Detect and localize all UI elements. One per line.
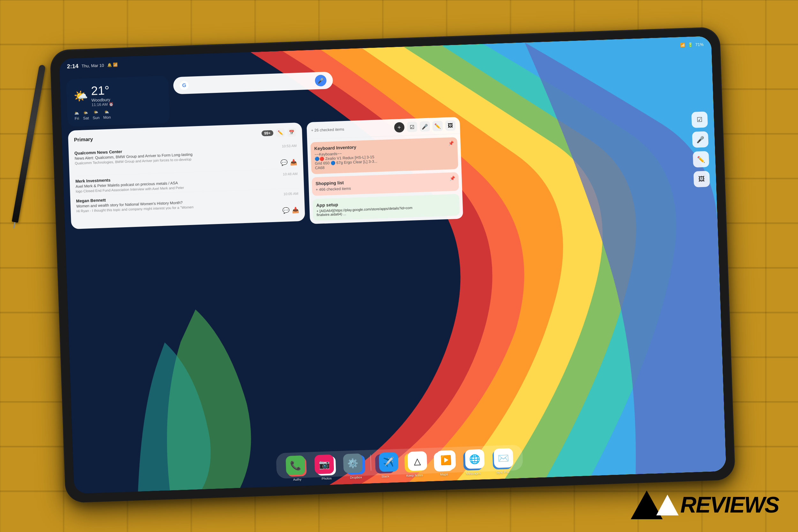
battery-level: 71% — [695, 42, 704, 47]
dock-settings[interactable]: ⚙️ — [340, 453, 366, 473]
note-app-setup[interactable]: App setup + [AIDA64](https://play.google… — [312, 194, 460, 221]
telegram-icon: ✈️ — [383, 457, 394, 468]
phone-icon: 📞 — [290, 460, 301, 471]
reply-icon-1: 💬 — [281, 159, 288, 166]
dock-play[interactable]: ▶️ — [433, 450, 459, 470]
right-sidebar: ☑ 🎤 ✏️ 🖼 — [691, 111, 710, 187]
wifi-icon: 📶 — [680, 42, 685, 48]
tablet-screen[interactable]: 2:14 Thu, Mar 10 🔔 📶 📶 🔋 71% — [59, 36, 726, 494]
dock-gmail[interactable]: ✉️ — [490, 448, 516, 468]
gmail-sender-3: Megan Bennett — [76, 197, 106, 203]
search-bar[interactable]: G 🎤 — [173, 72, 333, 94]
notes-check-icon: ☑ — [407, 121, 417, 132]
reviews-text: REVIEWS — [680, 492, 779, 518]
forecast-mon: ⛅ Mon — [103, 110, 111, 120]
settings-icon: ⚙️ — [347, 458, 359, 469]
note-pin-shopping: 📌 — [450, 175, 456, 181]
notes-add-button[interactable]: + — [394, 122, 404, 132]
note-shopping-list[interactable]: 📌 Shopping list + 466 checked items — [311, 172, 459, 196]
weather-widget[interactable]: 🌤️ 21° Woodbury 11:16 AM ⏰ 🌥️ Fri — [66, 76, 170, 127]
gmail-widget[interactable]: Primary 99+ ✏️ 📅 Qualcomm News Cent — [68, 122, 305, 229]
gmail-badge: 99+ — [262, 130, 273, 136]
mic-icon: 🎤 — [317, 78, 324, 84]
sat-label: Sat — [83, 116, 89, 121]
sidebar-btn-1[interactable]: ☑ — [691, 111, 708, 128]
microphone-button[interactable]: 🎤 — [315, 75, 326, 87]
camera-icon: 📷 — [319, 459, 330, 470]
tablet-body: 2:14 Thu, Mar 10 🔔 📶 📶 🔋 71% — [50, 27, 736, 503]
gmail-title: Primary — [74, 137, 93, 143]
note-keyboard-inventory[interactable]: 📌 Keyboard Inventory ~~Keyboards~~ 🔵🔴 Ze… — [310, 137, 458, 174]
status-left: 2:14 Thu, Mar 10 🔔 📶 — [67, 61, 118, 70]
status-time: 2:14 — [67, 62, 78, 70]
archive-icon-3: 📥 — [292, 207, 299, 214]
status-right: 📶 🔋 71% — [680, 42, 704, 48]
dock-drive[interactable]: △ — [404, 451, 430, 471]
gmail-time-2: 10:48 AM — [283, 172, 298, 176]
notes-checked-count: + 26 checked items — [311, 127, 344, 133]
chrome-icon: 🌐 — [469, 454, 480, 464]
drive-icon: △ — [414, 456, 421, 467]
fri-icon: 🌥️ — [74, 111, 79, 116]
logo-triangle-2 — [656, 495, 679, 515]
forecast-sun: 🌤️ Sun — [93, 110, 100, 120]
fri-label: Fri — [75, 116, 79, 121]
status-icons: 🔔 📶 — [107, 62, 118, 67]
gmail-icon: ✉️ — [498, 453, 509, 463]
notes-header: + 26 checked items + ☑ 🎤 ✏️ 🖼 — [306, 117, 460, 139]
calendar-button[interactable]: 📅 — [287, 128, 296, 137]
gmail-time-3: 10:05 AM — [283, 191, 299, 196]
dock-phone[interactable]: 📞 — [283, 455, 309, 476]
notes-widget[interactable]: + 26 checked items + ☑ 🎤 ✏️ 🖼 📌 — [306, 117, 463, 224]
mon-label: Mon — [103, 115, 111, 120]
compose-button[interactable]: ✏️ — [276, 128, 285, 137]
sat-icon: 🌤️ — [83, 110, 88, 115]
google-logo: G — [179, 81, 189, 90]
status-date: Thu, Mar 10 — [81, 63, 104, 68]
weather-forecast: 🌥️ Fri 🌤️ Sat 🌤️ Sun — [74, 108, 163, 121]
archive-icon-1: 📥 — [290, 158, 298, 166]
ar-reviews-logo: REVIEWS — [631, 491, 779, 519]
sidebar-btn-2[interactable]: 🎤 — [692, 131, 709, 148]
forecast-fri: 🌥️ Fri — [74, 111, 79, 121]
dock-telegram[interactable]: ✈️ — [376, 452, 402, 472]
sun-label: Sun — [93, 116, 100, 120]
dock-inner: 📞 📷 ⚙️ — [276, 444, 523, 479]
dock-divider — [370, 455, 372, 471]
gmail-sender-2: Merk Investments — [75, 178, 111, 184]
sun-icon: 🌤️ — [94, 110, 98, 115]
play-icon: ▶️ — [440, 454, 452, 465]
note-pin-keyboard: 📌 — [449, 140, 454, 146]
notes-pen-icon: ✏️ — [432, 121, 443, 131]
gmail-time-1: 10:53 AM — [282, 144, 297, 148]
logo-container: REVIEWS — [631, 491, 779, 519]
tablet-device: 2:14 Thu, Mar 10 🔔 📶 📶 🔋 71% — [50, 27, 736, 503]
battery-icon: 🔋 — [687, 42, 693, 47]
notes-mic-icon: 🎤 — [419, 121, 430, 132]
notes-image-icon: 🖼 — [445, 120, 456, 131]
google-g: G — [182, 82, 186, 88]
search-input[interactable] — [192, 81, 311, 85]
sidebar-btn-4[interactable]: 🖼 — [693, 171, 710, 187]
dock-chrome[interactable]: 🌐 — [461, 449, 488, 469]
sidebar-btn-3[interactable]: ✏️ — [693, 151, 709, 168]
weather-icon: 🌤️ — [73, 89, 88, 103]
mon-icon: ⛅ — [104, 110, 109, 115]
weather-time: 11:16 AM ⏰ — [92, 102, 114, 107]
dock-camera[interactable]: 📷 — [311, 454, 337, 474]
forecast-sat: 🌤️ Sat — [83, 110, 89, 121]
note-content-keyboard: ~~Keyboards~~ 🔵🔴 Zealio V1 Redux [HS-L] … — [315, 148, 454, 170]
reply-icon-3: 💬 — [282, 207, 289, 214]
weather-temp: 21° — [91, 83, 114, 98]
